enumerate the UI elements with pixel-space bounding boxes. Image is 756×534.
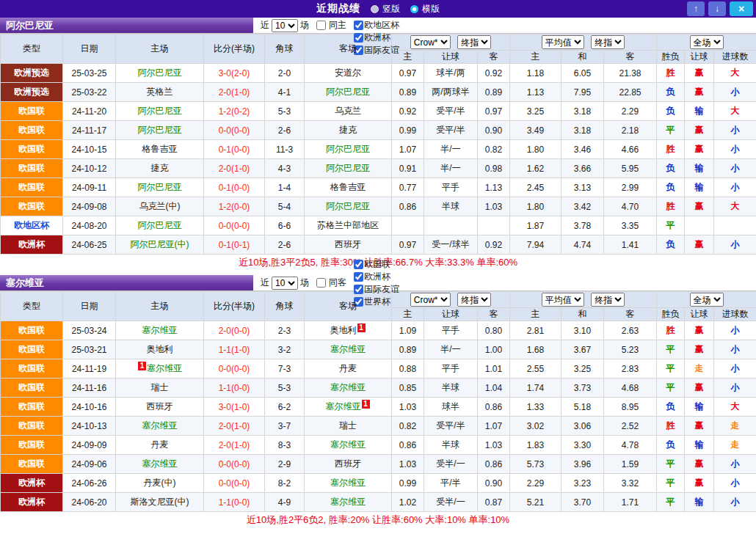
- home-team-cell[interactable]: 捷克: [116, 159, 204, 178]
- avg-draw-cell: 3.10: [561, 321, 604, 340]
- away-team-cell[interactable]: 西班牙: [305, 235, 392, 255]
- col-header-avg-away: 客: [604, 51, 657, 64]
- team-name-text: 英格兰: [147, 87, 173, 97]
- avg-away-cell: 8.95: [604, 398, 657, 417]
- team-name-text: 格鲁吉亚: [330, 182, 366, 192]
- bookmaker-final-select[interactable]: 终指: [457, 35, 491, 49]
- layout-radio-horizontal[interactable]: 横版: [410, 3, 440, 15]
- away-team-cell[interactable]: 塞尔维亚: [305, 436, 392, 455]
- home-team-cell[interactable]: 1塞尔维亚: [116, 359, 204, 378]
- away-team-cell[interactable]: 塞尔维亚: [305, 378, 392, 398]
- match-count-select[interactable]: 10: [272, 277, 298, 290]
- odds-home-cell: 0.86: [392, 436, 424, 455]
- result-goals-cell: 大: [714, 197, 756, 216]
- league-checkbox[interactable]: [354, 272, 363, 282]
- away-team-cell[interactable]: 西班牙: [305, 455, 392, 474]
- average-select[interactable]: 平均值: [542, 35, 584, 49]
- corner-cell: 7-3: [265, 359, 305, 378]
- away-team-cell[interactable]: 塞尔维亚: [305, 474, 392, 493]
- home-team-cell[interactable]: 阿尔巴尼亚: [116, 178, 204, 197]
- layout-radio-vertical[interactable]: 竖版: [371, 3, 400, 15]
- average-select[interactable]: 平均值: [542, 293, 584, 307]
- match-count-select[interactable]: 10: [272, 19, 298, 32]
- team-name-text: 塞尔维亚: [330, 382, 366, 392]
- result-goals-cell: 小: [714, 474, 756, 493]
- home-team-cell[interactable]: 丹麦: [116, 436, 204, 455]
- same-venue-checkbox[interactable]: [316, 21, 326, 30]
- match-row: 欧国联24-10-13塞尔维亚2-0(1-0)3-7瑞士0.82受平/半1.07…: [1, 417, 756, 436]
- away-team-cell[interactable]: 安道尔: [305, 64, 392, 83]
- col-header-corner: 角球: [265, 292, 305, 321]
- away-team-cell[interactable]: 阿尔巴尼亚: [305, 197, 392, 216]
- away-team-cell[interactable]: 奥地利1: [305, 321, 392, 340]
- rank-badge: 1: [138, 362, 146, 370]
- home-team-cell[interactable]: 英格兰: [116, 83, 204, 102]
- avg-away-cell: 21.38: [604, 64, 657, 83]
- home-team-cell[interactable]: 格鲁吉亚: [116, 140, 204, 159]
- average-final-select[interactable]: 终指: [591, 35, 625, 49]
- team-name-text: 阿尔巴尼亚: [138, 125, 182, 135]
- home-team-cell[interactable]: 斯洛文尼亚(中): [116, 493, 204, 512]
- scroll-down-button[interactable]: ↓: [708, 1, 726, 16]
- home-team-cell[interactable]: 塞尔维亚: [116, 455, 204, 474]
- corner-cell: 11-3: [265, 140, 305, 159]
- handicap-line-cell: 半球: [424, 197, 478, 216]
- bookmaker-final-select[interactable]: 终指: [457, 293, 491, 307]
- home-team-cell[interactable]: 阿尔巴尼亚(中): [116, 235, 204, 255]
- bookmaker-select[interactable]: Crow*: [410, 35, 451, 49]
- home-team-cell[interactable]: 阿尔巴尼亚: [116, 102, 204, 121]
- away-team-cell[interactable]: 乌克兰: [305, 102, 392, 121]
- home-team-cell[interactable]: 阿尔巴尼亚: [116, 64, 204, 83]
- match-row: 欧国联24-11-191塞尔维亚0-0(0-0)7-3丹麦0.88平手1.012…: [1, 359, 756, 378]
- home-team-cell[interactable]: 乌克兰(中): [116, 197, 204, 216]
- avg-home-cell: 3.25: [510, 102, 561, 121]
- match-date-cell: 25-03-24: [63, 321, 116, 340]
- away-team-cell[interactable]: 塞尔维亚: [305, 493, 392, 512]
- away-team-cell[interactable]: 阿尔巴尼亚: [305, 83, 392, 102]
- home-team-cell[interactable]: 西班牙: [116, 398, 204, 417]
- bookmaker-select[interactable]: Crow*: [410, 293, 451, 307]
- away-team-cell[interactable]: 格鲁吉亚: [305, 178, 392, 197]
- average-final-select[interactable]: 终指: [591, 293, 625, 307]
- odds-home-cell: 0.99: [392, 474, 424, 493]
- league-filter[interactable]: 欧国联: [349, 258, 399, 271]
- league-checkbox[interactable]: [354, 21, 363, 30]
- match-rows: 欧国联25-03-24塞尔维亚2-0(0-0)2-3奥地利11.09平手0.80…: [1, 321, 756, 512]
- away-team-cell[interactable]: 塞尔维亚: [305, 340, 392, 359]
- same-venue-checkbox[interactable]: [316, 278, 326, 288]
- away-team-cell[interactable]: 苏格兰中部地区: [305, 216, 392, 235]
- away-team-cell[interactable]: 瑞士: [305, 417, 392, 436]
- avg-home-cell: 7.94: [510, 235, 561, 255]
- home-team-cell[interactable]: 塞尔维亚: [116, 321, 204, 340]
- avg-home-cell: 1.83: [510, 436, 561, 455]
- league-filter[interactable]: 欧洲杯: [349, 271, 399, 283]
- team-name-text: 阿尔巴尼亚: [326, 87, 370, 97]
- scope-select[interactable]: 全场: [690, 35, 724, 49]
- home-team-cell[interactable]: 丹麦(中): [116, 474, 204, 493]
- league-checkbox[interactable]: [354, 33, 363, 43]
- home-team-cell[interactable]: 塞尔维亚: [116, 417, 204, 436]
- match-row: 欧国联25-03-24塞尔维亚2-0(0-0)2-3奥地利11.09平手0.80…: [1, 321, 756, 340]
- home-team-cell[interactable]: 阿尔巴尼亚: [116, 216, 204, 235]
- radio-icon[interactable]: [371, 5, 379, 13]
- scope-select[interactable]: 全场: [690, 293, 724, 307]
- home-team-cell[interactable]: 阿尔巴尼亚: [116, 121, 204, 140]
- match-type-cell: 欧国联: [1, 102, 63, 121]
- home-team-cell[interactable]: 奥地利: [116, 340, 204, 359]
- away-team-cell[interactable]: 阿尔巴尼亚: [305, 140, 392, 159]
- league-filter[interactable]: 国际友谊: [349, 283, 399, 296]
- match-row: 欧国联24-09-11阿尔巴尼亚0-1(0-0)1-4格鲁吉亚0.77平手1.1…: [1, 178, 756, 197]
- match-type-cell: 欧国联: [1, 378, 63, 398]
- away-team-cell[interactable]: 阿尔巴尼亚: [305, 159, 392, 178]
- league-checkbox[interactable]: [354, 285, 363, 294]
- home-team-cell[interactable]: 瑞士: [116, 378, 204, 398]
- league-checkbox[interactable]: [354, 260, 363, 269]
- scroll-up-button[interactable]: ↑: [687, 1, 705, 16]
- away-team-cell[interactable]: 塞尔维亚1: [305, 398, 392, 417]
- away-team-cell[interactable]: 丹麦: [305, 359, 392, 378]
- avg-draw-cell: 3.78: [561, 216, 604, 235]
- radio-icon[interactable]: [410, 5, 418, 13]
- close-icon[interactable]: ×: [730, 1, 753, 16]
- away-team-cell[interactable]: 捷克: [305, 121, 392, 140]
- league-filter[interactable]: 欧地区杯: [349, 19, 399, 32]
